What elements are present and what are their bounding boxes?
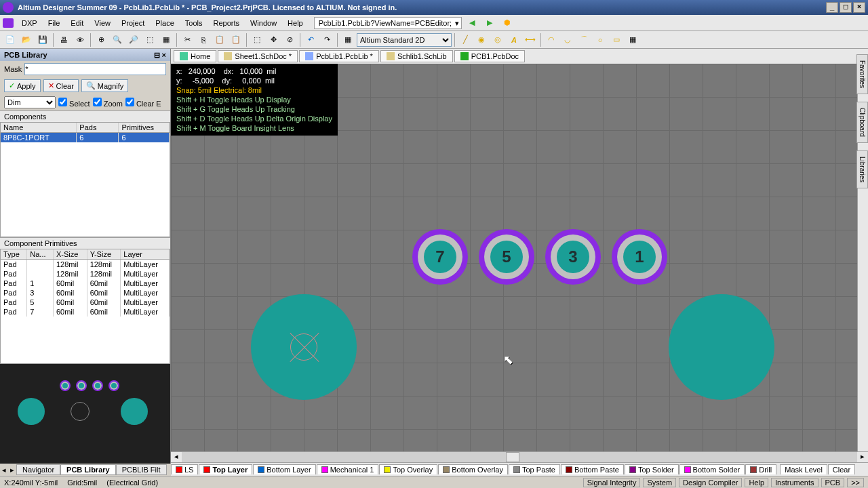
layer-tab[interactable]: Bottom Layer	[253, 464, 315, 474]
layer-tab[interactable]: Top Solder	[625, 464, 679, 474]
menu-dxp[interactable]: DXP	[16, 17, 43, 29]
zoom-out-button[interactable]: 🔎	[126, 33, 141, 47]
footprint-pad[interactable]: 1	[612, 229, 667, 285]
panel-close-icon[interactable]: ×	[162, 51, 166, 59]
dxp-icon[interactable]	[3, 18, 14, 28]
layer-tab[interactable]: LS	[171, 464, 198, 474]
pcb-canvas[interactable]: x: 240,000 dx: 10,000 mil y: -5,000 dy: …	[171, 64, 857, 451]
clipboard-tab[interactable]: Clipboard	[856, 102, 868, 143]
col-layer[interactable]: Layer	[121, 249, 170, 260]
menu-window[interactable]: Window	[245, 17, 282, 29]
big-pad-left[interactable]	[251, 294, 357, 400]
col-pads[interactable]: Pads	[77, 123, 119, 133]
deselect-button[interactable]: ⊘	[282, 33, 297, 47]
zoom-select-button[interactable]: ▦	[159, 33, 174, 47]
mask-input[interactable]	[24, 63, 166, 75]
close-button[interactable]: ×	[853, 2, 865, 13]
footprint-pad[interactable]: 7	[412, 229, 468, 285]
select-button[interactable]: ⬚	[250, 33, 264, 47]
place-dimension-icon[interactable]: ⟷	[523, 33, 538, 47]
zoom-in-button[interactable]: 🔍	[110, 33, 125, 47]
libraries-tab[interactable]: Libraries	[856, 150, 868, 188]
fill-icon[interactable]: ▭	[609, 33, 624, 47]
col-xsize[interactable]: X-Size	[53, 249, 87, 260]
tab-sheet[interactable]: Sheet1.SchDoc *	[218, 50, 298, 62]
zoom-area-button[interactable]: ⬚	[142, 33, 157, 47]
layer-tab[interactable]: Top Overlay	[379, 464, 437, 474]
mask-button[interactable]: Mask Level	[780, 464, 827, 474]
maximize-button[interactable]: □	[840, 2, 852, 13]
clear-checkbox[interactable]: Clear E	[125, 98, 161, 108]
arc1-icon[interactable]: ◠	[544, 33, 559, 47]
col-ysize[interactable]: Y-Size	[87, 249, 121, 260]
circle-icon[interactable]: ○	[593, 33, 608, 47]
print-button[interactable]: 🖶	[56, 33, 71, 47]
status-button[interactable]: >>	[847, 478, 864, 487]
arc3-icon[interactable]: ⌒	[576, 33, 591, 47]
col-name2[interactable]: Na...	[27, 249, 54, 260]
menu-file[interactable]: File	[43, 17, 66, 29]
redo-button[interactable]: ↷	[319, 33, 334, 47]
status-button[interactable]: System	[643, 478, 676, 487]
arc2-icon[interactable]: ◡	[560, 33, 575, 47]
layer-tab[interactable]: Bottom Paste	[561, 464, 624, 474]
layer-tab[interactable]: Top Paste	[509, 464, 560, 474]
table-row[interactable]: Pad160mil60milMultiLayer	[1, 279, 170, 288]
preview-button[interactable]: 👁	[73, 33, 87, 47]
layer-tab[interactable]: Bottom Solder	[679, 464, 745, 474]
open-button[interactable]: 📂	[19, 33, 34, 47]
panel-pin-icon[interactable]: ⊟	[154, 51, 160, 59]
copy-button[interactable]: ⎘	[196, 33, 211, 47]
layer-tab[interactable]: Bottom Overlay	[438, 464, 508, 474]
table-row[interactable]: Pad360mil60milMultiLayer	[1, 288, 170, 298]
pcb-library-tab[interactable]: PCB Library	[60, 464, 116, 475]
status-button[interactable]: PCB	[821, 478, 845, 487]
menu-view[interactable]: View	[89, 17, 116, 29]
status-button[interactable]: Design Compiler	[679, 478, 742, 487]
layer-tab[interactable]: Mechanical 1	[317, 464, 379, 474]
layer-tab[interactable]: Drill	[745, 464, 776, 474]
select-checkbox[interactable]: Select	[58, 98, 90, 108]
menu-reports[interactable]: Reports	[208, 17, 245, 29]
minimize-button[interactable]: _	[826, 2, 838, 13]
table-row[interactable]: 8P8C-1PORT 6 6	[1, 133, 170, 143]
zoom-checkbox[interactable]: Zoom	[93, 98, 123, 108]
col-type[interactable]: Type	[1, 249, 27, 260]
menu-help[interactable]: Help	[282, 17, 309, 29]
place-via-icon[interactable]: ◎	[490, 33, 505, 47]
tab-home[interactable]: Home	[174, 50, 216, 62]
menu-project[interactable]: Project	[116, 17, 150, 29]
nav-back-icon[interactable]: ◀	[465, 16, 479, 30]
layer-tab[interactable]: Top Layer	[199, 464, 252, 474]
big-pad-right[interactable]	[669, 294, 774, 400]
place-line-icon[interactable]: ╱	[458, 33, 473, 47]
col-name[interactable]: Name	[1, 123, 77, 133]
status-button[interactable]: Help	[745, 478, 768, 487]
new-button[interactable]: 📄	[3, 33, 18, 47]
view-name-combo[interactable]: PcbLib1.PcbLib?ViewName=PCBEditor;	[314, 17, 462, 29]
nav-home-icon[interactable]: ⬢	[500, 16, 515, 30]
apply-button[interactable]: ✓Apply	[4, 79, 41, 92]
save-button[interactable]: 💾	[35, 33, 50, 47]
paste-button[interactable]: 📋	[212, 33, 227, 47]
move-button[interactable]: ✥	[266, 33, 281, 47]
dim-select[interactable]: Dim	[4, 96, 56, 108]
zoom-fit-button[interactable]: ⊕	[94, 33, 108, 47]
menu-tools[interactable]: Tools	[180, 17, 208, 29]
place-string-icon[interactable]: A	[507, 33, 521, 47]
grid-button[interactable]: ▦	[340, 33, 355, 47]
components-table[interactable]: Name Pads Primitives 8P8C-1PORT 6 6	[0, 122, 170, 237]
table-row[interactable]: Pad128mil128milMultiLayer	[1, 260, 170, 270]
paste-special-button[interactable]: 📋	[229, 33, 243, 47]
table-row[interactable]: Pad560mil60milMultiLayer	[1, 298, 170, 307]
nav-fwd-icon[interactable]: ▶	[482, 16, 497, 30]
favorites-tab[interactable]: Favorites	[856, 54, 868, 94]
navigator-tab[interactable]: Navigator	[16, 464, 60, 475]
array-icon[interactable]: ▦	[625, 33, 640, 47]
footprint-pad[interactable]: 5	[479, 229, 534, 285]
place-pad-icon[interactable]: ◉	[474, 33, 489, 47]
clear-button[interactable]: ✕Clear	[43, 79, 79, 92]
cut-button[interactable]: ✂	[180, 33, 195, 47]
horizontal-scrollbar[interactable]: ◂ ▸	[171, 451, 868, 462]
pcblib-filter-tab[interactable]: PCBLIB Filt	[116, 464, 167, 475]
